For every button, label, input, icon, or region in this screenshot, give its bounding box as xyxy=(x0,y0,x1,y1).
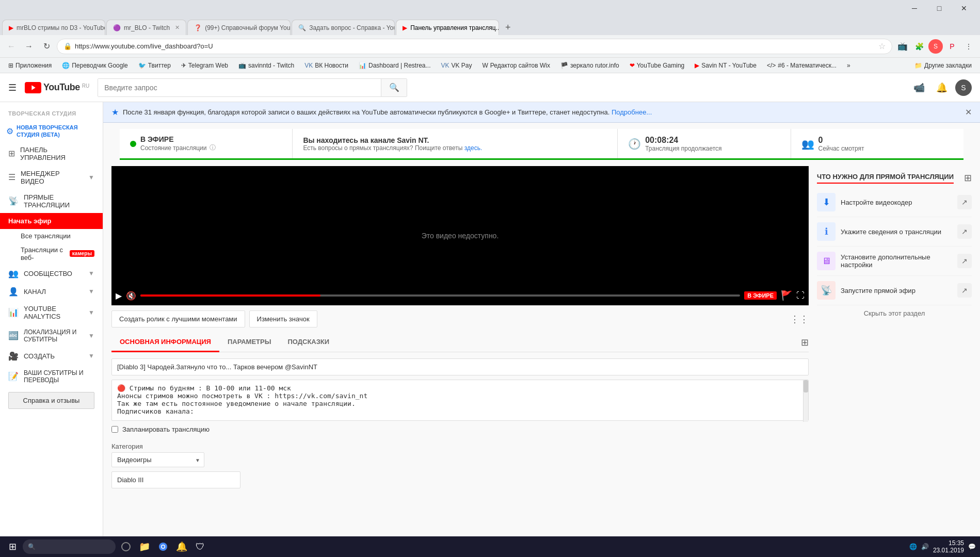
right-panel-start-live[interactable]: 📡 Запустите прямой эфир ↗ xyxy=(817,276,972,305)
bookmark-folder[interactable]: 📁 Другие закладки xyxy=(910,61,976,70)
start-live-action-icon[interactable]: ↗ xyxy=(957,283,972,298)
bookmark-vkpay[interactable]: VK VK Pay xyxy=(437,61,476,70)
tab-close-2[interactable]: ✕ xyxy=(175,24,180,31)
tabs-grid-icon[interactable]: ⊞ xyxy=(801,337,809,348)
schedule-label[interactable]: Запланировать трансляцию xyxy=(122,425,210,433)
taskbar-icon-file-explorer[interactable]: 📁 xyxy=(136,538,153,555)
bookmark-math-label: #6 - Математическ... xyxy=(778,62,837,69)
settings-label: Установите дополнительные настройки xyxy=(841,253,952,269)
bookmark-twitter[interactable]: 🐦 Твиттер xyxy=(134,61,175,70)
bookmark-savinnt[interactable]: ▶ Savin NT - YouTube xyxy=(690,61,761,70)
thumbnail-button[interactable]: Изменить значок xyxy=(249,310,317,327)
avatar-circle[interactable]: S xyxy=(928,39,943,54)
reload-button[interactable]: ↻ xyxy=(39,39,54,54)
back-button[interactable]: ← xyxy=(4,39,19,54)
bookmark-apps[interactable]: ⊞ Приложения xyxy=(4,61,56,70)
search-button[interactable]: 🔍 xyxy=(381,79,407,96)
browser-tab-2[interactable]: 🟣 mr_BLO - Twitch ✕ xyxy=(106,20,186,35)
encoder-action-icon[interactable]: ↗ xyxy=(957,195,972,209)
right-panel-info[interactable]: ℹ Укажите сведения о трансляции ↗ xyxy=(817,217,972,247)
tab-hints[interactable]: ПОДСКАЗКИ xyxy=(279,333,338,352)
taskbar-search[interactable]: 🔍 xyxy=(23,539,116,554)
notification-close-icon[interactable]: ✕ xyxy=(965,107,972,117)
sidebar-subitem-all-streams[interactable]: Все трансляции xyxy=(0,229,103,243)
fullscreen-button[interactable]: ⛶ xyxy=(796,291,805,300)
stream-grid-icon[interactable]: ⋮⋮ xyxy=(790,314,809,325)
yt-logo[interactable]: YouTube RU xyxy=(25,82,89,93)
minimize-button[interactable]: ─ xyxy=(903,0,926,17)
bookmark-dashboard[interactable]: 📊 Dashboard | Restrea... xyxy=(355,61,435,70)
notifications-icon[interactable]: 🔔 xyxy=(933,78,951,97)
menu-dots-icon[interactable]: ⋮ xyxy=(961,39,976,54)
bookmark-telegram[interactable]: ✈ Telegram Web xyxy=(177,61,232,70)
tab-favicon-2: 🟣 xyxy=(113,24,121,31)
maximize-button[interactable]: □ xyxy=(927,0,951,17)
start-button[interactable]: ⊞ xyxy=(4,538,21,555)
hamburger-menu-icon[interactable]: ☰ xyxy=(8,82,17,93)
sidebar-item-subtitles[interactable]: 📝 ВАШИ СУБТИТРЫ И ПЕРЕВОДЫ xyxy=(0,365,103,388)
sidebar-item-dashboard[interactable]: ⊞ ПАНЕЛЬ УПРАВЛЕНИЯ xyxy=(0,142,103,166)
stream-description-textarea[interactable] xyxy=(111,380,809,421)
game-input[interactable] xyxy=(111,471,240,488)
category-select[interactable]: Видеоигры xyxy=(111,452,204,467)
textarea-scrollbar[interactable] xyxy=(803,380,808,422)
new-tab-button[interactable]: + xyxy=(500,20,516,35)
sidebar-subitem-webcam[interactable]: Трансляции с веб- камеры xyxy=(0,243,103,265)
video-progress-bar[interactable] xyxy=(140,294,740,297)
taskbar-icon-app5[interactable]: 🛡 xyxy=(192,538,208,555)
browser-tab-3[interactable]: ❓ (99+) Справочный форум You... ✕ xyxy=(187,20,291,35)
bookmark-math[interactable]: </> #6 - Математическ... xyxy=(763,61,841,70)
star-icon[interactable]: ☆ xyxy=(878,41,886,51)
close-button[interactable]: ✕ xyxy=(952,0,976,17)
bookmark-vk[interactable]: VK ВК Новости xyxy=(300,61,352,70)
play-button[interactable]: ▶ xyxy=(116,291,122,301)
sidebar-item-community[interactable]: 👥 СООБЩЕСТВО ▼ xyxy=(0,265,103,283)
settings-action-icon[interactable]: ↗ xyxy=(957,254,972,268)
stream-help-link[interactable]: здесь. xyxy=(464,144,483,152)
right-panel-encoder[interactable]: ⬇ Настройте видеокодер ↗ xyxy=(817,188,972,217)
bookmark-ytgaming[interactable]: ❤ YouTube Gaming xyxy=(625,61,689,70)
bookmark-twitch[interactable]: 📺 savinntd - Twitch xyxy=(234,61,298,70)
sidebar-item-new-studio[interactable]: ⚙ НОВАЯ ТВОРЧЕСКАЯ СТУДИЯ (BETA) xyxy=(0,121,103,142)
cast-icon[interactable]: 📺 xyxy=(895,39,910,54)
stream-title-input[interactable] xyxy=(111,358,809,375)
video-upload-icon[interactable]: 📹 xyxy=(910,78,928,97)
mute-button[interactable]: 🔇 xyxy=(126,291,136,301)
sidebar-subitem-start-live[interactable]: Начать эфир xyxy=(0,213,103,229)
right-panel-grid-icon[interactable]: ⊞ xyxy=(964,172,972,184)
browser-tab-4[interactable]: 🔍 Задать вопрос - Справка - You... ✕ xyxy=(292,20,395,35)
help-feedback-button[interactable]: Справка и отзывы xyxy=(8,392,94,409)
schedule-checkbox[interactable] xyxy=(111,426,118,433)
taskbar-icon-app4[interactable]: 🔔 xyxy=(173,538,190,555)
sidebar-item-create[interactable]: 🎥 СОЗДАТЬ ▼ xyxy=(0,347,103,365)
browser-tab-1[interactable]: ▶ mrBLO стримы по D3 - YouTube ✕ xyxy=(2,20,105,35)
info-action-icon[interactable]: ↗ xyxy=(957,224,972,239)
sidebar-item-live[interactable]: 📡 ПРЯМЫЕ ТРАНСЛЯЦИИ xyxy=(0,189,103,213)
right-panel-settings[interactable]: 🖥 Установите дополнительные настройки ↗ xyxy=(817,247,972,276)
address-bar[interactable]: 🔒 https://www.youtube.com/live_dashboard… xyxy=(57,39,892,54)
forward-button[interactable]: → xyxy=(22,39,36,54)
bookmark-rutor[interactable]: 🏴 зеркало rutor.info xyxy=(556,61,623,70)
video-manager-icon: ☰ xyxy=(8,172,15,182)
search-input[interactable] xyxy=(98,79,381,96)
tab-params[interactable]: ПАРАМЕТРЫ xyxy=(219,333,280,352)
taskbar-icon-cortana[interactable] xyxy=(118,538,134,555)
sidebar-item-channel[interactable]: 👤 КАНАЛ ▼ xyxy=(0,283,103,301)
bookmark-more[interactable]: » xyxy=(843,61,855,70)
notification-link[interactable]: Подробнее... xyxy=(612,108,652,116)
notification-tray-icon[interactable]: 💬 xyxy=(968,543,976,550)
extensions-icon[interactable]: 🧩 xyxy=(912,39,926,54)
user-avatar[interactable]: S xyxy=(955,79,972,96)
taskbar-icon-chrome[interactable] xyxy=(155,538,171,555)
browser-tab-5[interactable]: ▶ Панель управления трансляц... ✕ xyxy=(396,20,499,35)
pinterest-icon[interactable]: P xyxy=(945,39,959,54)
sidebar-item-video-manager[interactable]: ☰ МЕНЕДЖЕР ВИДЕО ▼ xyxy=(0,166,103,189)
sidebar-item-localization[interactable]: 🔤 ЛОКАЛИЗАЦИЯ И СУБТИТРЫ ▼ xyxy=(0,324,103,347)
tab-main-info[interactable]: ОСНОВНАЯ ИНФОРМАЦИЯ xyxy=(111,333,219,352)
bookmark-wix[interactable]: W Редактор сайтов Wix xyxy=(478,61,554,70)
highlights-button[interactable]: Создать ролик с лучшими моментами xyxy=(111,310,245,327)
report-icon[interactable]: 🚩 xyxy=(781,290,792,301)
bookmark-translate[interactable]: 🌐 Переводчик Google xyxy=(58,61,132,70)
sidebar-item-analytics[interactable]: 📊 YOUTUBE ANALYTICS ▼ xyxy=(0,301,103,324)
hide-section-button[interactable]: Скрыть этот раздел xyxy=(817,305,972,321)
